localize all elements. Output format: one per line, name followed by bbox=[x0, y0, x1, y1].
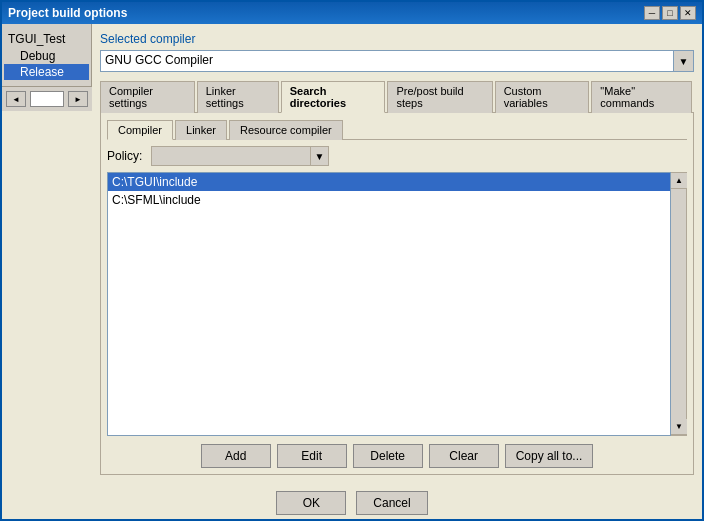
tab-inner-resource-compiler[interactable]: Resource compiler bbox=[229, 120, 343, 140]
clear-button[interactable]: Clear bbox=[429, 444, 499, 468]
search-directories-panel: Compiler Linker Resource compiler Policy… bbox=[100, 113, 694, 475]
tab-custom-variables[interactable]: Custom variables bbox=[495, 81, 590, 113]
edit-button[interactable]: Edit bbox=[277, 444, 347, 468]
nav-right-button[interactable]: ► bbox=[68, 91, 88, 107]
titlebar: Project build options ─ □ ✕ bbox=[2, 2, 702, 24]
main-area: Selected compiler GNU GCC Compiler ▼ Com… bbox=[92, 24, 702, 483]
dir-list-scrollbar: ▲ ▼ bbox=[671, 172, 687, 436]
ok-button[interactable]: OK bbox=[276, 491, 346, 515]
policy-row: Policy: ▼ bbox=[107, 146, 687, 166]
copy-all-button[interactable]: Copy all to... bbox=[505, 444, 594, 468]
window-title: Project build options bbox=[8, 6, 127, 20]
main-content: TGUI_Test Debug Release ◄ ► Selected com… bbox=[2, 24, 702, 483]
compiler-section-label: Selected compiler bbox=[100, 32, 694, 46]
nav-left-button[interactable]: ◄ bbox=[6, 91, 26, 107]
tab-pre-post-build[interactable]: Pre/post build steps bbox=[387, 81, 492, 113]
sidebar-tree-content: TGUI_Test Debug Release bbox=[2, 28, 91, 82]
minimize-button[interactable]: ─ bbox=[644, 6, 660, 20]
sidebar-item-release[interactable]: Release bbox=[4, 64, 89, 80]
maximize-button[interactable]: □ bbox=[662, 6, 678, 20]
compiler-dropdown-row: GNU GCC Compiler ▼ bbox=[100, 50, 694, 72]
action-buttons: Add Edit Delete Clear Copy all to... bbox=[107, 444, 687, 468]
add-button[interactable]: Add bbox=[201, 444, 271, 468]
tab-inner-linker[interactable]: Linker bbox=[175, 120, 227, 140]
window-controls: ─ □ ✕ bbox=[644, 6, 696, 20]
cancel-button[interactable]: Cancel bbox=[356, 491, 427, 515]
outer-tabs: Compiler settings Linker settings Search… bbox=[100, 80, 694, 113]
delete-button[interactable]: Delete bbox=[353, 444, 423, 468]
scroll-up-button[interactable]: ▲ bbox=[671, 173, 687, 189]
sidebar-item-debug[interactable]: Debug bbox=[4, 48, 89, 64]
directory-list[interactable]: C:\TGUI\include C:\SFML\include bbox=[107, 172, 671, 436]
tab-search-directories[interactable]: Search directories bbox=[281, 81, 386, 113]
tab-linker-settings[interactable]: Linker settings bbox=[197, 81, 279, 113]
scroll-track[interactable] bbox=[671, 189, 686, 419]
scroll-down-button[interactable]: ▼ bbox=[671, 419, 687, 435]
sidebar-tree: TGUI_Test Debug Release bbox=[2, 24, 92, 86]
outer-tabs-panel: Compiler settings Linker settings Search… bbox=[100, 80, 694, 475]
sidebar-item-root[interactable]: TGUI_Test bbox=[4, 30, 89, 48]
directory-list-area: C:\TGUI\include C:\SFML\include ▲ ▼ bbox=[107, 172, 687, 436]
project-build-options-window: Project build options ─ □ ✕ TGUI_Test De… bbox=[0, 0, 704, 521]
dir-item-1[interactable]: C:\SFML\include bbox=[108, 191, 670, 209]
nav-scrollbar[interactable] bbox=[30, 91, 64, 107]
policy-select[interactable] bbox=[151, 146, 311, 166]
policy-dropdown-button[interactable]: ▼ bbox=[311, 146, 329, 166]
sidebar-nav: ◄ ► bbox=[2, 86, 92, 111]
tab-inner-compiler[interactable]: Compiler bbox=[107, 120, 173, 140]
tab-compiler-settings[interactable]: Compiler settings bbox=[100, 81, 195, 113]
bottom-buttons: OK Cancel bbox=[2, 483, 702, 519]
compiler-dropdown-button[interactable]: ▼ bbox=[674, 50, 694, 72]
compiler-select-display[interactable]: GNU GCC Compiler bbox=[100, 50, 674, 72]
dir-item-0[interactable]: C:\TGUI\include bbox=[108, 173, 670, 191]
close-button[interactable]: ✕ bbox=[680, 6, 696, 20]
policy-select-wrap: ▼ bbox=[151, 146, 329, 166]
sidebar: TGUI_Test Debug Release ◄ ► bbox=[2, 24, 92, 483]
inner-tabs: Compiler Linker Resource compiler bbox=[107, 119, 687, 140]
tab-make-commands[interactable]: "Make" commands bbox=[591, 81, 692, 113]
policy-label: Policy: bbox=[107, 149, 145, 163]
